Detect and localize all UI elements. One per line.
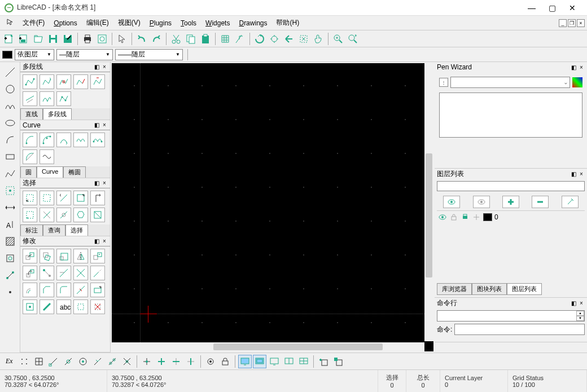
close-button[interactable]: ✕ bbox=[562, 1, 582, 15]
undock-icon[interactable]: ◧ bbox=[93, 64, 100, 71]
menu-drawings[interactable]: Drawings bbox=[234, 17, 271, 29]
undock-icon[interactable]: ◧ bbox=[570, 170, 577, 177]
dimension-tool-icon[interactable] bbox=[2, 200, 18, 215]
linewidth-combo[interactable]: — 随层▼ bbox=[56, 49, 113, 60]
zoom-selection-button[interactable] bbox=[346, 32, 360, 46]
zoom-window-button[interactable] bbox=[297, 32, 310, 46]
select-btn-8[interactable] bbox=[56, 208, 71, 222]
minimize-button[interactable]: — bbox=[522, 1, 542, 15]
open-button[interactable] bbox=[32, 32, 45, 46]
modify-rotate2[interactable] bbox=[23, 266, 37, 280]
menu-options[interactable]: Options bbox=[49, 17, 81, 29]
maximize-button[interactable]: ▢ bbox=[542, 1, 562, 15]
zoom-in-button[interactable] bbox=[331, 32, 345, 46]
close-icon[interactable]: × bbox=[578, 64, 585, 71]
modify-trim[interactable] bbox=[56, 266, 71, 280]
screen-4-button[interactable] bbox=[282, 355, 296, 368]
screen-3-button[interactable] bbox=[268, 355, 281, 368]
modify-attr[interactable] bbox=[40, 299, 54, 314]
modify-explode[interactable] bbox=[73, 299, 88, 314]
copy-button[interactable] bbox=[184, 32, 198, 46]
snap-free-button[interactable] bbox=[17, 355, 31, 368]
undock-icon[interactable]: ◧ bbox=[93, 180, 100, 187]
zoom-previous-button[interactable] bbox=[282, 32, 296, 46]
draft-mode-button[interactable] bbox=[233, 32, 247, 46]
redo-button[interactable] bbox=[150, 32, 163, 46]
curve-btn-3[interactable] bbox=[56, 133, 71, 147]
cut-button[interactable] bbox=[169, 32, 183, 46]
pen-color-select[interactable]: ⌵ bbox=[450, 77, 570, 88]
polyline-btn-3[interactable] bbox=[56, 74, 71, 89]
spin-down-icon[interactable]: ▼ bbox=[576, 316, 584, 321]
modify-lengthen[interactable] bbox=[90, 266, 105, 280]
snap-endpoint-button[interactable] bbox=[47, 355, 60, 368]
restrict-horizontal-button[interactable] bbox=[169, 355, 183, 368]
modify-movecopy[interactable] bbox=[90, 249, 105, 263]
undock-icon[interactable]: ◧ bbox=[570, 299, 577, 306]
pen-small-button[interactable]: ⋮ bbox=[439, 78, 448, 87]
vertical-scrollbar[interactable] bbox=[424, 63, 433, 341]
circle-tool-icon[interactable] bbox=[2, 81, 18, 97]
polyline-btn-7[interactable] bbox=[40, 91, 54, 106]
ellipse-tool-icon[interactable] bbox=[2, 115, 18, 131]
rectangle-tool-icon[interactable] bbox=[2, 149, 18, 165]
select-btn-10[interactable] bbox=[90, 208, 105, 222]
line-tool-icon[interactable] bbox=[2, 64, 18, 80]
select-btn-1[interactable] bbox=[23, 191, 37, 205]
print-button[interactable] bbox=[81, 32, 94, 46]
eye-icon[interactable] bbox=[438, 213, 447, 221]
snap-on-entity-button[interactable] bbox=[62, 355, 75, 368]
tab-polyline[interactable]: 多段线 bbox=[43, 108, 72, 120]
polyline-btn-6[interactable] bbox=[23, 91, 37, 106]
menu-tools[interactable]: Tools bbox=[176, 17, 201, 29]
layer-hide-all-button[interactable] bbox=[473, 196, 490, 208]
zoom-redraw-button[interactable] bbox=[253, 32, 266, 46]
text-tool-icon[interactable]: A bbox=[2, 217, 18, 232]
menu-view[interactable]: 视图(V) bbox=[113, 16, 145, 29]
close-icon[interactable]: × bbox=[578, 299, 585, 306]
tab-dim[interactable]: 标注 bbox=[20, 224, 43, 236]
command-input[interactable] bbox=[454, 324, 585, 335]
zoom-pan-button[interactable] bbox=[312, 32, 325, 46]
hatch-tool-icon[interactable] bbox=[2, 234, 18, 249]
polyline-btn-1[interactable] bbox=[23, 74, 37, 89]
lock-icon[interactable] bbox=[449, 213, 458, 221]
horizontal-scrollbar[interactable] bbox=[112, 342, 424, 351]
tab-library[interactable]: 库浏览器 bbox=[437, 283, 472, 295]
point-tool-icon[interactable] bbox=[2, 267, 18, 283]
pointer-button[interactable] bbox=[115, 32, 129, 46]
tab-query[interactable]: 查询 bbox=[43, 224, 65, 236]
modify-explode-text[interactable]: abc bbox=[56, 299, 71, 314]
select-tool-icon[interactable] bbox=[2, 183, 18, 199]
restrict-nothing-button[interactable] bbox=[140, 355, 154, 368]
undock-icon[interactable]: ◧ bbox=[93, 122, 100, 129]
block-tool-icon[interactable] bbox=[2, 250, 18, 266]
snap-exclusive-button[interactable]: Ex bbox=[2, 357, 16, 365]
modify-revert[interactable] bbox=[40, 266, 54, 280]
save-view-button[interactable] bbox=[331, 355, 345, 368]
snap-distance-button[interactable] bbox=[106, 355, 119, 368]
snap-grid-button[interactable] bbox=[32, 355, 46, 368]
polyline-btn-2[interactable] bbox=[40, 74, 54, 89]
mdi-close-button[interactable]: × bbox=[577, 19, 585, 27]
modify-delete[interactable] bbox=[90, 299, 105, 314]
snap-intersection-button[interactable] bbox=[120, 355, 134, 368]
select-btn-5[interactable] bbox=[90, 191, 105, 205]
close-icon[interactable]: × bbox=[101, 64, 108, 71]
modify-bevel[interactable] bbox=[40, 283, 54, 297]
lock-relative-zero-button[interactable] bbox=[218, 355, 232, 368]
menu-file[interactable]: 文件(F) bbox=[18, 16, 49, 29]
color-combo[interactable]: 依图层▼ bbox=[15, 49, 54, 60]
select-btn-3[interactable] bbox=[56, 191, 71, 205]
restrict-vertical-button[interactable] bbox=[184, 355, 198, 368]
polyline-tool-icon[interactable] bbox=[2, 166, 18, 182]
snap-middle-button[interactable] bbox=[91, 355, 104, 368]
cursor-icon[interactable] bbox=[2, 17, 18, 29]
close-icon[interactable]: × bbox=[578, 170, 585, 177]
save-as-button[interactable] bbox=[61, 32, 75, 46]
select-btn-6[interactable] bbox=[23, 208, 37, 222]
tab-layer[interactable]: 图层列表 bbox=[507, 283, 542, 295]
construction-icon[interactable] bbox=[472, 213, 481, 221]
tab-block[interactable]: 图块列表 bbox=[472, 283, 507, 295]
modify-move[interactable] bbox=[23, 249, 37, 263]
